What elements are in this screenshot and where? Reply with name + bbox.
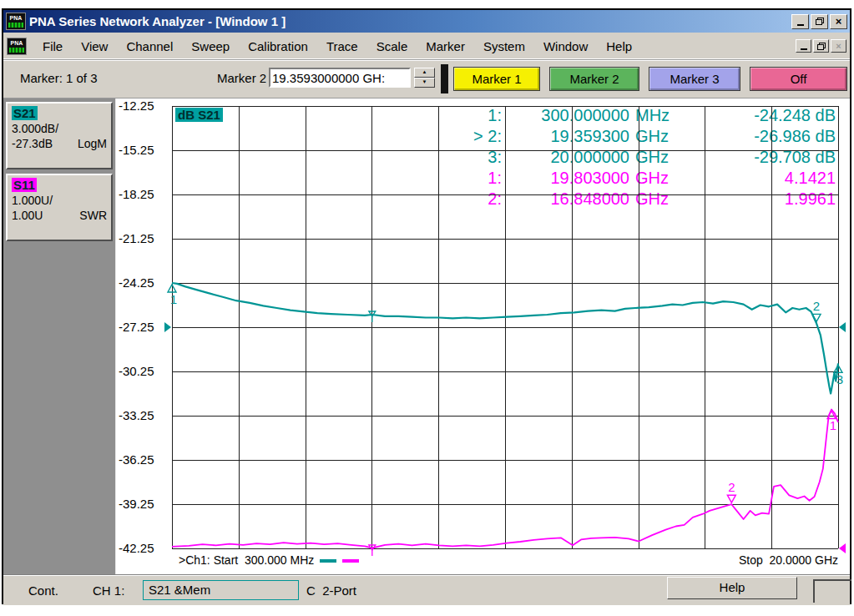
marker-symbol-2[interactable]: 2 bbox=[727, 480, 735, 502]
marker-spinner: ▲ ▼ bbox=[414, 68, 435, 88]
toolbar-separator bbox=[441, 64, 448, 93]
menu-channel[interactable]: Channel bbox=[117, 39, 182, 53]
marker-toolbar: Marker: 1 of 3 Marker 2 ▲ ▼ Marker 1Mark… bbox=[3, 60, 850, 98]
main-area: S213.000dB/-27.3dBLogMS111.000U/1.00USWR… bbox=[3, 98, 850, 574]
svg-text:2: 2 bbox=[728, 480, 735, 494]
cal-status: C 2-Port bbox=[306, 583, 356, 598]
doc-close-icon[interactable]: × bbox=[831, 39, 846, 53]
svg-text:1: 1 bbox=[170, 292, 177, 306]
menu-view[interactable]: View bbox=[72, 39, 117, 53]
trace-panel-s21[interactable]: S213.000dB/-27.3dBLogM bbox=[6, 102, 113, 169]
menu-file[interactable]: File bbox=[33, 39, 72, 53]
menu-calibration[interactable]: Calibration bbox=[239, 39, 317, 53]
active-trace-label: dB S21 bbox=[175, 108, 223, 122]
menu-trace[interactable]: Trace bbox=[317, 39, 367, 53]
trace-ref: -27.3dB bbox=[12, 136, 53, 151]
minimize-icon[interactable] bbox=[791, 14, 809, 29]
marker-2-button[interactable]: Marker 2 bbox=[549, 67, 639, 91]
menu-marker[interactable]: Marker bbox=[417, 39, 474, 53]
marker-buttons: Marker 1Marker 2Marker 3Off bbox=[453, 67, 847, 91]
trace-panels: S213.000dB/-27.3dBLogMS111.000U/1.00USWR bbox=[3, 98, 116, 574]
ref-level-arrow-right[interactable] bbox=[839, 543, 846, 553]
app-window: PNA PNA Series Network Analyzer - [Windo… bbox=[2, 8, 851, 604]
menu-bar: PNA FileViewChannelSweepCalibrationTrace… bbox=[3, 33, 850, 60]
measurement-readout: S21 &Mem bbox=[143, 580, 299, 600]
menu-help[interactable]: Help bbox=[597, 39, 641, 53]
svg-text:1: 1 bbox=[830, 418, 836, 432]
sweep-status: Cont. bbox=[28, 583, 58, 598]
trace-ref: 1.00U bbox=[12, 208, 43, 223]
window-title: PNA Series Network Analyzer - [Window 1 … bbox=[29, 14, 790, 28]
marker-3-button[interactable]: Marker 3 bbox=[649, 67, 740, 91]
graticule-canvas[interactable]: 12312 bbox=[116, 98, 850, 574]
marker-status: Marker: 1 of 3 bbox=[20, 71, 98, 85]
restore-icon[interactable] bbox=[811, 14, 828, 29]
off-button[interactable]: Off bbox=[750, 67, 847, 91]
menu-window[interactable]: Window bbox=[534, 39, 597, 53]
trace-scale: 3.000dB/ bbox=[12, 121, 107, 136]
marker-1-button[interactable]: Marker 1 bbox=[453, 67, 540, 91]
channel-label: CH 1: bbox=[93, 583, 124, 598]
screen: { "window": { "title": "PNA Series Netwo… bbox=[0, 0, 854, 616]
app-icon[interactable]: PNA bbox=[6, 13, 26, 30]
softkey-frame-fragment bbox=[813, 579, 851, 603]
menu-sweep[interactable]: Sweep bbox=[182, 39, 239, 53]
stop-frequency-label: Stop 20.0000 GHz bbox=[739, 553, 838, 567]
menu-items: FileViewChannelSweepCalibrationTraceScal… bbox=[33, 39, 794, 53]
trace-format: SWR bbox=[79, 208, 107, 223]
status-bar: Cont. CH 1: S21 &Mem C 2-Port Help bbox=[3, 574, 850, 605]
trace-format: LogM bbox=[78, 136, 107, 151]
document-icon[interactable]: PNA bbox=[7, 38, 27, 55]
x-axis-start: >Ch1: Start 300.000 MHz bbox=[179, 553, 359, 567]
spin-down-icon[interactable]: ▼ bbox=[414, 78, 435, 88]
spin-up-icon[interactable]: ▲ bbox=[414, 68, 435, 78]
menu-scale[interactable]: Scale bbox=[367, 39, 417, 53]
menu-system[interactable]: System bbox=[474, 39, 534, 53]
start-frequency-label: >Ch1: Start 300.000 MHz bbox=[179, 553, 314, 567]
help-button[interactable]: Help bbox=[667, 577, 797, 599]
doc-minimize-icon[interactable] bbox=[796, 39, 811, 53]
svg-text:3: 3 bbox=[836, 372, 843, 386]
title-bar: PNA PNA Series Network Analyzer - [Windo… bbox=[3, 10, 850, 33]
trace-chip-s11: S11 bbox=[12, 178, 37, 192]
doc-restore-icon[interactable] bbox=[813, 39, 829, 53]
plot-area[interactable]: dB S21 -12.25-15.25-18.25-21.25-24.25-27… bbox=[116, 98, 850, 574]
trace-chip-s21: S21 bbox=[12, 106, 38, 120]
trace-scale: 1.000U/ bbox=[12, 193, 107, 208]
s21-legend-dash bbox=[320, 559, 336, 563]
marker-entry-label: Marker 2 bbox=[217, 71, 266, 85]
ref-level-arrow-left[interactable] bbox=[164, 322, 171, 332]
ref-level-arrow-right[interactable] bbox=[839, 322, 846, 332]
s11-legend-dash bbox=[342, 559, 359, 563]
trace-panel-s11[interactable]: S111.000U/1.00USWR bbox=[6, 174, 113, 241]
marker-frequency-input[interactable] bbox=[269, 68, 411, 88]
svg-text:2: 2 bbox=[813, 299, 820, 313]
close-icon[interactable]: × bbox=[830, 14, 847, 29]
